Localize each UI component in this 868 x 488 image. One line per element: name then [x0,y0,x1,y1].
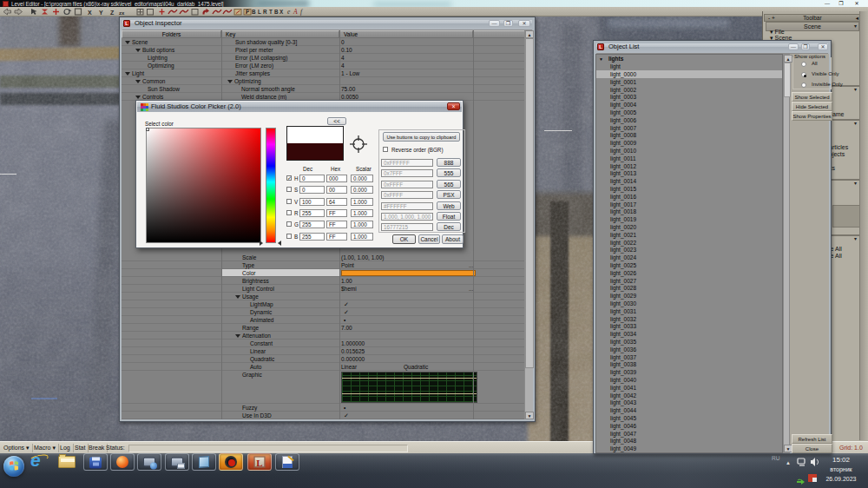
svg-text:Z: Z [110,10,115,16]
svg-text:F: F [246,9,249,15]
svg-text:L: L [258,9,261,15]
svg-text:X: X [88,10,92,16]
svg-text:R: R [263,9,267,15]
svg-text:B: B [252,9,256,15]
svg-text:B: B [274,9,279,15]
svg-text:T: T [269,9,273,15]
svg-text:f: f [300,8,303,16]
svg-text:Y: Y [99,10,103,16]
svg-text:A: A [293,8,298,16]
svg-text:e: e [287,8,291,16]
svg-text:zx: zx [119,10,125,16]
svg-text:X: X [279,9,284,15]
